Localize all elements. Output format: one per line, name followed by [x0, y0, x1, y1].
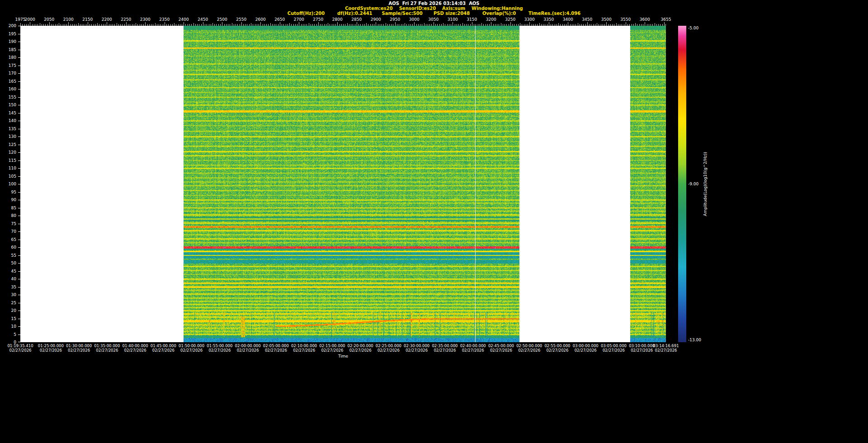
- window-title: AOS Fri 27 Feb 2026 03:14:03 AOS: [0, 1, 868, 6]
- frequency-tick-label: 55: [11, 253, 16, 258]
- time-tick-label: 01:30:00.00002/27/2026: [66, 344, 92, 353]
- time-value: 02:15:00.000: [319, 344, 345, 348]
- time-value: 03:00:00.000: [573, 344, 599, 348]
- frequency-tick-label: 130: [9, 134, 16, 139]
- time-value: 01:19:35.410: [7, 344, 33, 348]
- date-value: 02/27/2026: [573, 348, 599, 353]
- date-value: 02/27/2026: [38, 348, 64, 353]
- frequency-tick-label: 140: [9, 118, 16, 123]
- time-tick-label: 03:14:16.69102/27/2026: [653, 344, 679, 353]
- record-axis-tick-label: 3150: [467, 17, 477, 22]
- record-axis-tick-label: 2450: [198, 17, 208, 22]
- time-axis: 01:19:35.41002/27/202601:25:00.00002/27/…: [20, 344, 666, 353]
- record-axis-tick-label: 2900: [371, 17, 381, 22]
- record-axis-tick-label: 3500: [601, 17, 612, 22]
- record-axis-tick-label: 2500: [217, 17, 227, 22]
- frequency-tick-label: 170: [9, 71, 16, 75]
- time-tick-label: 02:40:00.00002/27/2026: [460, 344, 486, 353]
- spectrogram-canvas[interactable]: [20, 26, 666, 342]
- record-axis-tick-label: 2650: [274, 17, 285, 22]
- time-tick-label: 01:55:00.00002/27/2026: [207, 344, 232, 353]
- record-axis-tick-label: 3450: [582, 17, 592, 22]
- sensor-params-line: CoordSystem:es20 SensorID:es20 Axis:sum …: [0, 6, 868, 11]
- time-tick-label: 02:10:00.00002/27/2026: [291, 344, 317, 353]
- time-value: 01:30:00.000: [66, 344, 92, 348]
- date-value: 02/27/2026: [207, 348, 232, 353]
- colorbar-tick-label: -9.00: [688, 182, 698, 186]
- frequency-tick-label: 155: [9, 95, 16, 99]
- frequency-tick-label: 75: [11, 222, 16, 226]
- date-value: 02/27/2026: [263, 348, 289, 353]
- frequency-tick-label: 125: [9, 142, 16, 147]
- record-axis-tick-label: 1975: [15, 17, 26, 22]
- record-axis-tick-label: 3550: [620, 17, 631, 22]
- frequency-tick-label: 25: [11, 301, 16, 305]
- date-value: 02/27/2026: [291, 348, 317, 353]
- frequency-tick-label: 35: [11, 285, 16, 289]
- record-axis-tick-label: 3350: [543, 17, 554, 22]
- time-value: 01:25:00.000: [38, 344, 64, 348]
- spectrogram-plot[interactable]: [20, 26, 666, 342]
- record-axis-tick-label: 2400: [179, 17, 189, 22]
- date-value: 02/27/2026: [404, 348, 429, 353]
- time-value: 02:25:00.000: [376, 344, 401, 348]
- time-value: 01:55:00.000: [207, 344, 232, 348]
- time-tick-label: 02:05:00.00002/27/2026: [263, 344, 289, 353]
- frequency-tick-label: 185: [9, 47, 16, 52]
- time-value: 03:05:00.000: [601, 344, 627, 348]
- time-value: 02:20:00.000: [348, 344, 373, 348]
- time-tick-label: 03:10:00.00002/27/2026: [629, 344, 655, 353]
- colorbar: [678, 26, 686, 342]
- time-tick-label: 01:25:00.00002/27/2026: [38, 344, 64, 353]
- frequency-tick-label: 200: [9, 24, 16, 28]
- date-value: 02/27/2026: [94, 348, 120, 353]
- date-value: 02/27/2026: [7, 348, 33, 353]
- time-value: 02:50:00.000: [516, 344, 542, 348]
- record-axis-tick-label: 3250: [505, 17, 515, 22]
- frequency-tick-label: 90: [11, 198, 16, 202]
- time-tick-label: 01:19:35.41002/27/2026: [7, 344, 33, 353]
- date-value: 02/27/2026: [376, 348, 401, 353]
- frequency-tick-label: 110: [9, 166, 16, 170]
- date-value: 02/27/2026: [123, 348, 148, 353]
- date-value: 02/27/2026: [432, 348, 458, 353]
- time-value: 02:05:00.000: [263, 344, 289, 348]
- frequency-tick-label: 5: [14, 332, 16, 337]
- time-value: 03:14:16.691: [653, 344, 679, 348]
- time-value: 02:00:00.000: [235, 344, 261, 348]
- time-value: 02:40:00.000: [460, 344, 486, 348]
- frequency-axis: 2001951901851801751701651601551501451401…: [0, 26, 20, 343]
- date-value: 02/27/2026: [235, 348, 261, 353]
- record-axis-tick-label: 3100: [448, 17, 458, 22]
- frequency-tick-label: 80: [11, 213, 16, 218]
- frequency-tick-label: 100: [9, 182, 16, 186]
- record-axis-tick-label: 2950: [390, 17, 400, 22]
- record-axis-tick-label: 2700: [294, 17, 304, 22]
- frequency-tick-label: 135: [9, 127, 16, 131]
- date-value: 02/27/2026: [460, 348, 486, 353]
- dsp-settings-line: Cutoff(Hz):200 df(Hz):0.2441 Sample/Sec:…: [0, 11, 868, 16]
- record-axis-tick-label: 2300: [140, 17, 151, 22]
- titlebar: AOS Fri 27 Feb 2026 03:14:03 AOS CoordSy…: [0, 1, 868, 16]
- time-tick-label: 01:50:00.00002/27/2026: [179, 344, 204, 353]
- frequency-tick-label: 50: [11, 261, 16, 265]
- record-axis-tick-label: 3655: [661, 17, 671, 22]
- time-tick-label: 03:05:00.00002/27/2026: [601, 344, 627, 353]
- frequency-tick-label: 10: [11, 324, 16, 329]
- record-axis-tick-label: 2100: [63, 17, 74, 22]
- time-value: 02:45:00.000: [488, 344, 514, 348]
- app-root: { "header": { "title": "AOS Fri 27 Feb 2…: [0, 0, 868, 443]
- frequency-tick-label: 70: [11, 229, 16, 234]
- time-value: 02:55:00.000: [544, 344, 570, 348]
- record-axis-tick-label: 3050: [428, 17, 439, 22]
- time-value: 01:40:00.000: [123, 344, 148, 348]
- time-cursor[interactable]: [475, 26, 476, 342]
- date-value: 02/27/2026: [653, 348, 679, 353]
- frequency-tick-label: 105: [9, 174, 16, 179]
- record-axis-tick-label: 3400: [563, 17, 573, 22]
- record-axis-tick-label: 2600: [255, 17, 266, 22]
- time-axis-title: Time: [20, 354, 666, 358]
- time-tick-label: 02:55:00.00002/27/2026: [544, 344, 570, 353]
- record-axis-tick-label: 2200: [102, 17, 112, 22]
- record-axis-tick-label: 3200: [486, 17, 496, 22]
